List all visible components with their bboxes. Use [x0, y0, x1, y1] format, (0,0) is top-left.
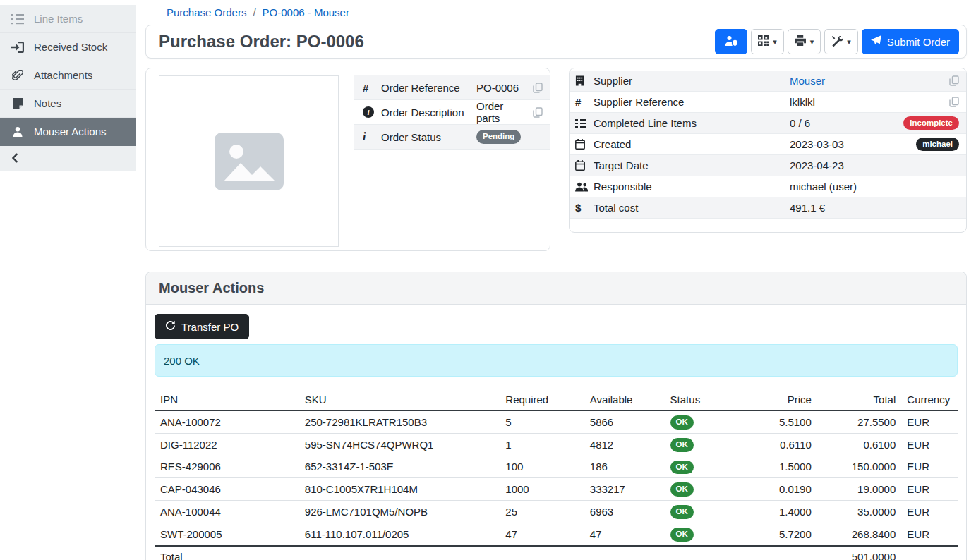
cell-status: OK [665, 523, 737, 545]
cell-available: 186 [584, 456, 665, 478]
cell-available: 47 [584, 523, 665, 545]
responsible-value: michael (user) [790, 181, 857, 193]
ok-badge: OK [670, 438, 694, 452]
order-description-value: Order parts [476, 100, 527, 124]
cell-currency: EUR [901, 501, 958, 523]
detail-label: Order Description [381, 106, 476, 118]
footer-total-value: 501.0000 [817, 546, 901, 560]
column-header-available: Available [584, 391, 665, 410]
cell-ipn: SWT-200005 [155, 523, 299, 545]
submit-order-label: Submit Order [887, 36, 950, 48]
send-icon [871, 35, 881, 48]
order-status-badge: Pending [476, 130, 521, 144]
order-summary: # Order Reference PO-0006 i Order Descri… [145, 68, 967, 251]
cell-ipn: ANA-100072 [155, 410, 299, 433]
ok-badge: OK [670, 528, 694, 542]
cell-sku: 250-72981KLRATR150B3 [299, 410, 500, 433]
cell-total: 27.5500 [817, 410, 901, 433]
created-date-value: 2023-03-03 [790, 138, 844, 150]
detail-row-created: Created 2023-03-03 michael [570, 134, 966, 155]
supplier-reference-value: lklklkl [790, 96, 815, 108]
breadcrumb-separator: / [253, 6, 255, 18]
user-shield-icon [724, 35, 738, 49]
supplier-link[interactable]: Mouser [790, 75, 825, 87]
copy-icon [949, 97, 959, 107]
footer-total-label: Total [155, 546, 299, 560]
table-row: CAP-043046 810-C1005X7R1H104M 1000 33321… [155, 478, 958, 501]
sidebar-item-label: Received Stock [34, 41, 107, 53]
cell-total: 268.8400 [817, 523, 901, 545]
created-by-badge: michael [916, 138, 959, 152]
cell-required: 1000 [500, 478, 584, 501]
main-content: Purchase Orders / PO-0006 - Mouser Purch… [136, 0, 976, 560]
image-icon [215, 133, 284, 190]
ok-badge: OK [670, 415, 694, 430]
barcode-menu-button[interactable]: ▾ [751, 29, 784, 54]
sidebar-item-label: Attachments [34, 69, 92, 81]
table-header-row: IPN SKU Required Available Status Price … [155, 391, 958, 410]
print-menu-button[interactable]: ▾ [788, 29, 821, 54]
cell-price: 1.5000 [737, 456, 817, 478]
status-icon: i [363, 130, 381, 143]
table-footer-row: Total 501.0000 [155, 546, 958, 560]
panel-header: Mouser Actions [146, 272, 966, 305]
total-cost-value: 491.1 € [790, 202, 825, 214]
copy-button[interactable] [533, 83, 543, 93]
sidebar-item-notes[interactable]: Notes [0, 90, 136, 118]
panel-body: Transfer PO 200 OK IPN SKU Required Avai… [146, 305, 966, 560]
refresh-icon [165, 320, 176, 333]
sidebar-item-line-items[interactable]: Line Items [0, 5, 136, 33]
cell-total: 35.0000 [817, 501, 901, 523]
cell-sku: 810-C1005X7R1H104M [299, 478, 500, 501]
column-header-currency: Currency [901, 391, 958, 410]
cell-currency: EUR [901, 410, 958, 433]
sidebar-item-label: Line Items [34, 13, 83, 25]
sidebar: Line Items Received Stock Attachments No… [0, 0, 136, 560]
cell-price: 1.4000 [737, 501, 817, 523]
cell-price: 0.0190 [737, 478, 817, 501]
order-image-placeholder[interactable] [159, 75, 339, 247]
cell-required: 5 [500, 410, 584, 433]
users-icon [575, 182, 594, 192]
note-icon [11, 98, 24, 109]
cell-ipn: ANA-100044 [155, 501, 299, 523]
sidebar-item-received-stock[interactable]: Received Stock [0, 33, 136, 61]
breadcrumb-link-purchase-orders[interactable]: Purchase Orders [167, 6, 246, 18]
column-header-price: Price [737, 391, 817, 410]
cell-ipn: DIG-112022 [155, 433, 299, 456]
column-header-ipn: IPN [155, 391, 299, 410]
detail-label: Total cost [594, 202, 790, 214]
transfer-po-button[interactable]: Transfer PO [155, 314, 249, 339]
sign-in-icon [11, 42, 24, 53]
cell-currency: EUR [901, 478, 958, 501]
list-icon [11, 13, 24, 25]
submit-order-button[interactable]: Submit Order [862, 29, 959, 54]
header-actions: ▾ ▾ ▾ Submi [715, 29, 959, 54]
order-details-card: # Order Reference PO-0006 i Order Descri… [145, 68, 550, 251]
dollar-icon: $ [575, 202, 594, 214]
order-options-menu-button[interactable]: ▾ [824, 29, 858, 54]
table-row: ANA-100044 926-LMC7101QM5/NOPB 25 6963 O… [155, 501, 958, 523]
detail-label: Completed Line Items [594, 117, 790, 129]
calendar-icon [575, 139, 594, 150]
table-row: ANA-100072 250-72981KLRATR150B3 5 5866 O… [155, 410, 958, 433]
copy-button[interactable] [949, 97, 959, 107]
sidebar-item-attachments[interactable]: Attachments [0, 61, 136, 90]
detail-label: Target Date [594, 159, 790, 171]
sidebar-item-mouser-actions[interactable]: Mouser Actions [0, 118, 136, 146]
breadcrumb: Purchase Orders / PO-0006 - Mouser [136, 0, 976, 25]
copy-button[interactable] [949, 75, 959, 86]
copy-button[interactable] [533, 107, 543, 118]
sidebar-collapse-button[interactable] [0, 146, 136, 171]
detail-row-supplier-reference: # Supplier Reference lklklkl [570, 92, 966, 113]
column-header-status: Status [665, 391, 737, 410]
supplier-parts-button[interactable] [715, 29, 747, 54]
chevron-left-icon [11, 153, 19, 165]
mouser-actions-panel: Mouser Actions Transfer PO 200 OK [145, 272, 967, 560]
cell-price: 5.5100 [737, 410, 817, 433]
cell-ipn: CAP-043046 [155, 478, 299, 501]
paperclip-icon [11, 70, 24, 81]
order-details-table: # Order Reference PO-0006 i Order Descri… [354, 75, 550, 150]
breadcrumb-link-current-order[interactable]: PO-0006 - Mouser [263, 6, 349, 18]
tools-icon [831, 35, 843, 49]
